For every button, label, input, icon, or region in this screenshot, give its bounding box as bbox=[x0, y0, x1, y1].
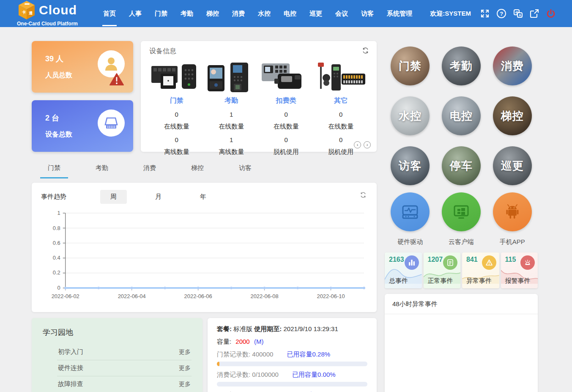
event-trend-chart[interactable]: 1 0.8 0.6 0.4 0.2 0 2022-06-02 2022-06-0… bbox=[41, 208, 367, 308]
quick-module-parking[interactable]: 停车 bbox=[442, 146, 481, 185]
learning-item-label[interactable]: 硬件连接 bbox=[58, 364, 83, 372]
xtick-2: 2022-06-06 bbox=[184, 293, 212, 299]
package-label: 套餐: bbox=[217, 325, 232, 332]
nav-item-personnel[interactable]: 人事 bbox=[128, 1, 142, 26]
more-link[interactable]: 更多 bbox=[179, 365, 191, 372]
access-offline-value: 0 bbox=[149, 136, 204, 143]
module-tabs: 门禁 考勤 消费 梯控 访客 bbox=[40, 161, 377, 178]
range-year-button[interactable]: 年 bbox=[190, 190, 216, 204]
range-week-button[interactable]: 周 bbox=[100, 190, 127, 204]
record-usage: 已用容量0.28% bbox=[287, 351, 331, 358]
learning-item-hardware: 硬件连接 更多 bbox=[57, 360, 192, 376]
abnormal-events-card[interactable]: 841 异常事件 bbox=[462, 252, 499, 288]
cloud-client-icon bbox=[452, 202, 471, 222]
pager-next-icon[interactable]: › bbox=[364, 141, 371, 148]
device-avatar bbox=[98, 110, 125, 137]
nav-item-patrol[interactable]: 巡更 bbox=[309, 1, 323, 26]
fullscreen-icon[interactable] bbox=[480, 8, 490, 19]
nav-item-system[interactable]: 系统管理 bbox=[386, 1, 413, 26]
trend-title: 事件趋势 bbox=[41, 193, 100, 201]
tab-access[interactable]: 门禁 bbox=[40, 161, 68, 178]
record-value: 0/100000 bbox=[252, 371, 279, 378]
nav-item-elevator[interactable]: 梯控 bbox=[205, 1, 220, 26]
svg-text:通: 通 bbox=[29, 11, 33, 15]
cloud-client-label: 云客户端 bbox=[449, 238, 474, 246]
alarm-siren-icon bbox=[524, 259, 531, 266]
learning-item-label[interactable]: 故障排查 bbox=[58, 380, 83, 388]
quick-module-label: 巡更 bbox=[501, 159, 524, 173]
record-label: 消费记录数: bbox=[217, 371, 250, 378]
nav-item-visitor[interactable]: 访客 bbox=[360, 1, 375, 26]
abnormal-events-label: 异常事件 bbox=[466, 277, 492, 285]
hardware-driver-button[interactable] bbox=[391, 192, 430, 231]
attendance-category-link[interactable]: 考勤 bbox=[204, 96, 259, 105]
help-icon[interactable]: ? bbox=[496, 8, 506, 19]
brand-subtitle: One-Card Cloud Platform bbox=[17, 21, 78, 27]
xtick-4: 2022-06-10 bbox=[317, 293, 345, 299]
cloud-client-button[interactable] bbox=[442, 192, 481, 231]
record-value: 400000 bbox=[252, 351, 273, 358]
person-summary-card[interactable]: 39 人 人员总数 bbox=[32, 41, 133, 93]
brand-logo[interactable]: 卡 通 Cloud One-Card Cloud Platform bbox=[17, 0, 78, 27]
access-device-image bbox=[149, 59, 204, 94]
access-category-link[interactable]: 门禁 bbox=[149, 96, 204, 105]
nav-item-access[interactable]: 门禁 bbox=[154, 1, 168, 26]
nav-item-consume[interactable]: 消费 bbox=[231, 1, 246, 26]
other-online-label: 在线数量 bbox=[314, 123, 369, 131]
cube-logo-icon: 卡 通 bbox=[18, 0, 36, 20]
alarm-events-card[interactable]: 115 报警事件 bbox=[501, 252, 538, 288]
learning-item-label[interactable]: 初学入门 bbox=[58, 348, 83, 356]
chart-refresh-icon[interactable] bbox=[360, 192, 367, 198]
charging-category-link[interactable]: 扣费类 bbox=[259, 96, 314, 105]
xtick-3: 2022-06-08 bbox=[251, 293, 279, 299]
ytick-0-8: 0.8 bbox=[53, 225, 60, 231]
tab-elevator[interactable]: 梯控 bbox=[183, 161, 211, 178]
quick-module-visitor[interactable]: 访客 bbox=[391, 146, 430, 185]
nav-item-attendance[interactable]: 考勤 bbox=[180, 1, 194, 26]
access-online-value: 0 bbox=[149, 111, 204, 118]
nav-item-electric[interactable]: 电控 bbox=[283, 1, 297, 26]
nav-item-water[interactable]: 水控 bbox=[257, 1, 271, 26]
device-summary-card[interactable]: 2 台 设备总数 bbox=[32, 100, 133, 152]
tab-visitor[interactable]: 访客 bbox=[231, 161, 259, 178]
charging-online-label: 在线数量 bbox=[259, 123, 314, 131]
ytick-0-2: 0.2 bbox=[53, 269, 60, 276]
quick-module-label: 电控 bbox=[450, 109, 473, 123]
record-label: 门禁记录数: bbox=[217, 351, 250, 358]
record-usage: 已用容量0.00% bbox=[292, 371, 336, 378]
charging-online-value: 0 bbox=[259, 111, 314, 118]
learning-item-troubleshoot: 故障排查 更多 bbox=[57, 376, 192, 392]
quick-module-elevator[interactable]: 梯控 bbox=[493, 96, 532, 135]
android-icon bbox=[503, 202, 522, 222]
external-link-icon[interactable] bbox=[529, 8, 539, 19]
mobile-app-button[interactable] bbox=[493, 192, 532, 231]
quick-module-access[interactable]: 门禁 bbox=[391, 47, 430, 85]
other-category-link[interactable]: 其它 bbox=[314, 96, 369, 105]
normal-events-card[interactable]: 1207 正常事件 bbox=[424, 252, 461, 288]
nav-item-home[interactable]: 首页 bbox=[102, 1, 117, 26]
quick-module-electric[interactable]: 电控 bbox=[442, 96, 481, 135]
app-shortcuts-row: 硬件驱动 云客户端 bbox=[385, 192, 538, 246]
recent-abnormal-events-panel: 48小时异常事件 bbox=[385, 294, 538, 392]
nav-item-meeting[interactable]: 会议 bbox=[334, 1, 349, 26]
device-category-charging: 扣费类 0 在线数量 0 脱机使用 bbox=[259, 59, 314, 156]
range-month-button[interactable]: 月 bbox=[145, 190, 172, 204]
more-link[interactable]: 更多 bbox=[179, 348, 191, 356]
more-link[interactable]: 更多 bbox=[179, 381, 191, 388]
quick-module-consume[interactable]: 消费 bbox=[493, 47, 532, 85]
quick-module-attendance[interactable]: 考勤 bbox=[442, 47, 481, 85]
tab-consume[interactable]: 消费 bbox=[136, 161, 164, 178]
bar-chart-icon bbox=[408, 259, 416, 266]
pager-prev-icon[interactable]: ‹ bbox=[354, 141, 361, 148]
power-icon[interactable] bbox=[546, 8, 556, 19]
quick-module-water[interactable]: 水控 bbox=[391, 96, 430, 135]
total-events-card[interactable]: 2163 总事件 bbox=[385, 252, 422, 288]
quick-module-label: 消费 bbox=[501, 59, 524, 74]
top-navbar: 卡 通 Cloud One-Card Cloud Platform 首页 人事 … bbox=[0, 0, 572, 27]
translate-icon[interactable]: 中 A bbox=[513, 8, 523, 19]
ytick-0-6: 0.6 bbox=[53, 240, 60, 246]
refresh-icon[interactable] bbox=[362, 47, 369, 54]
quick-module-patrol[interactable]: 巡更 bbox=[493, 146, 532, 185]
tab-attendance[interactable]: 考勤 bbox=[88, 161, 116, 178]
access-offline-label: 离线数量 bbox=[149, 148, 204, 156]
